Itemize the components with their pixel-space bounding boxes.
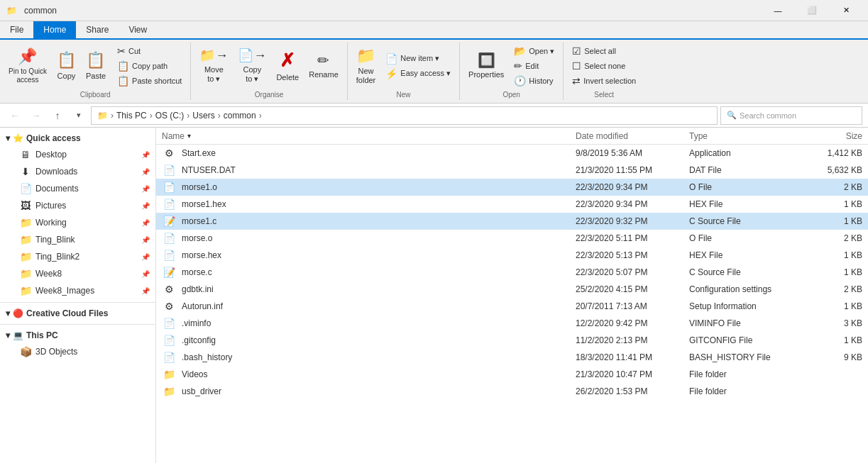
forward-button[interactable]: →	[27, 106, 45, 125]
desktop-label: Desktop	[35, 150, 67, 160]
paste-shortcut-button[interactable]: 📋 Paste shortcut	[113, 74, 186, 88]
file-date: 26/2/2020 1:53 PM	[570, 386, 683, 396]
creative-cloud-icon: 🔴	[13, 308, 23, 318]
tab-share[interactable]: Share	[76, 21, 119, 38]
recent-locations-button[interactable]: ▾	[70, 106, 88, 125]
new-folder-button[interactable]: 📁 Newfolder	[352, 44, 380, 88]
file-row[interactable]: 📄 morse1.o 22/3/2020 9:34 PM O File 2 KB	[156, 179, 868, 196]
file-type-icon: 📄	[162, 318, 176, 329]
pictures-label: Pictures	[35, 201, 66, 211]
delete-icon: ✗	[280, 50, 295, 72]
column-header-name[interactable]: Name ▾	[156, 131, 570, 141]
new-item-button[interactable]: 📄 New item ▾	[381, 52, 455, 66]
file-date: 9/8/2019 5:36 AM	[570, 148, 683, 158]
sidebar-header-quick-access[interactable]: ▾ ⭐ Quick access	[0, 130, 155, 146]
file-row[interactable]: 📁 usb_driver 26/2/2020 1:53 PM File fold…	[156, 383, 868, 400]
sort-arrow: ▾	[187, 132, 191, 140]
path-this-pc[interactable]: This PC	[116, 111, 147, 121]
file-size: 1 KB	[797, 335, 868, 345]
sidebar-item-working[interactable]: 📁 Working 📌	[0, 214, 155, 231]
delete-button[interactable]: ✗ Delete	[272, 44, 303, 88]
file-row[interactable]: ⚙ Start.exe 9/8/2019 5:36 AM Application…	[156, 145, 868, 162]
file-row[interactable]: ⚙ gdbtk.ini 25/2/2020 4:15 PM Configurat…	[156, 281, 868, 298]
minimize-button[interactable]: —	[762, 0, 794, 21]
file-row[interactable]: 📄 .gitconfig 11/2/2020 2:13 PM GITCONFIG…	[156, 332, 868, 349]
file-row[interactable]: 📄 .bash_history 18/3/2020 11:41 PM BASH_…	[156, 349, 868, 366]
pin-to-quick-access-button[interactable]: 📌 Pin to Quickaccess	[4, 44, 51, 88]
path-common[interactable]: common	[224, 111, 256, 121]
main-layout: ▾ ⭐ Quick access 🖥 Desktop 📌 ⬇ Downloads…	[0, 128, 868, 463]
select-buttons: ☑ Select all ☐ Select none ⇄ Invert sele…	[568, 43, 640, 89]
address-path[interactable]: 📁 › This PC › OS (C:) › Users › common ›	[91, 106, 718, 125]
copy-path-button[interactable]: 📋 Copy path	[113, 59, 186, 73]
open-button[interactable]: 📂 Open ▾	[510, 44, 559, 58]
file-row[interactable]: 📄 morse.hex 22/3/2020 5:13 PM HEX File 1…	[156, 247, 868, 264]
history-button[interactable]: 🕐 History	[510, 74, 559, 88]
file-row[interactable]: 📄 NTUSER.DAT 21/3/2020 11:55 PM DAT File…	[156, 162, 868, 179]
rename-button[interactable]: ✏ Rename	[304, 44, 343, 88]
paste-icon: 📋	[86, 51, 105, 69]
edit-button[interactable]: ✏ Edit	[510, 59, 559, 73]
downloads-icon: ⬇	[20, 166, 31, 177]
file-size: 1 KB	[797, 267, 868, 277]
search-box[interactable]: 🔍 Search common	[720, 106, 862, 125]
file-row[interactable]: 📄 morse.o 22/3/2020 5:11 PM O File 2 KB	[156, 230, 868, 247]
file-row[interactable]: 📁 Videos 21/3/2020 10:47 PM File folder	[156, 366, 868, 383]
column-header-type[interactable]: Type	[683, 131, 797, 141]
file-type-icon: ⚙	[162, 301, 176, 312]
sidebar-item-downloads[interactable]: ⬇ Downloads 📌	[0, 163, 155, 180]
sidebar-item-ting-blink2[interactable]: 📁 Ting_Blink2 📌	[0, 248, 155, 265]
file-date: 22/3/2020 5:13 PM	[570, 250, 683, 260]
invert-selection-button[interactable]: ⇄ Invert selection	[568, 74, 640, 88]
move-to-button[interactable]: 📁→ Moveto ▾	[195, 44, 232, 88]
properties-button[interactable]: 🔲 Properties	[464, 44, 508, 88]
sidebar-item-documents[interactable]: 📄 Documents 📌	[0, 180, 155, 197]
file-type-icon: 📝	[162, 267, 176, 278]
copy-button[interactable]: 📋 Copy	[53, 44, 80, 88]
sidebar: ▾ ⭐ Quick access 🖥 Desktop 📌 ⬇ Downloads…	[0, 128, 156, 463]
column-header-date[interactable]: Date modified	[570, 131, 683, 141]
sidebar-item-week8-images[interactable]: 📁 Week8_Images 📌	[0, 282, 155, 299]
column-header-size[interactable]: Size	[797, 131, 868, 141]
copy-to-button[interactable]: 📄→ Copyto ▾	[234, 44, 270, 88]
sidebar-item-desktop[interactable]: 🖥 Desktop 📌	[0, 146, 155, 163]
week8-images-icon: 📁	[20, 285, 31, 296]
file-name: ⚙ Start.exe	[156, 147, 570, 159]
pin-icon: 📌	[18, 48, 37, 66]
sidebar-item-pictures[interactable]: 🖼 Pictures 📌	[0, 197, 155, 214]
select-all-button[interactable]: ☑ Select all	[568, 44, 640, 58]
tab-file[interactable]: File	[0, 21, 33, 38]
sidebar-item-3d-objects[interactable]: 📦 3D Objects	[0, 343, 155, 360]
file-row[interactable]: 📝 morse.c 22/3/2020 5:07 PM C Source Fil…	[156, 264, 868, 281]
title-controls[interactable]: — ⬜ ✕	[762, 0, 862, 21]
copy-icon: 📋	[57, 51, 76, 69]
file-row[interactable]: ⚙ Autorun.inf 20/7/2011 7:13 AM Setup In…	[156, 298, 868, 315]
close-button[interactable]: ✕	[830, 0, 862, 21]
file-type: File folder	[683, 369, 797, 379]
quick-access-expand-icon: ▾	[6, 133, 10, 143]
sidebar-item-ting-blink[interactable]: 📁 Ting_Blink 📌	[0, 231, 155, 248]
select-none-button[interactable]: ☐ Select none	[568, 59, 640, 73]
file-name-text: gdbtk.ini	[182, 284, 214, 294]
up-button[interactable]: ↑	[48, 106, 67, 125]
ting-blink-icon: 📁	[20, 234, 31, 245]
tab-view[interactable]: View	[119, 21, 157, 38]
sidebar-header-creative-cloud[interactable]: ▾ 🔴 Creative Cloud Files	[0, 306, 155, 321]
paste-button[interactable]: 📋 Paste	[82, 44, 110, 88]
file-row[interactable]: 📄 .viminfo 12/2/2020 9:42 PM VIMINFO Fil…	[156, 315, 868, 332]
file-type-icon: 📄	[162, 250, 176, 261]
back-button[interactable]: ←	[6, 106, 24, 125]
easy-access-button[interactable]: ⚡ Easy access ▾	[381, 67, 455, 81]
path-os-c[interactable]: OS (C:)	[155, 111, 185, 121]
file-row[interactable]: 📄 morse1.hex 22/3/2020 9:34 PM HEX File …	[156, 196, 868, 213]
maximize-button[interactable]: ⬜	[796, 0, 828, 21]
sidebar-item-week8[interactable]: 📁 Week8 📌	[0, 265, 155, 282]
file-row[interactable]: 📝 morse1.c 22/3/2020 9:32 PM C Source Fi…	[156, 213, 868, 230]
cut-button[interactable]: ✂ Cut	[113, 44, 186, 58]
sidebar-header-this-pc[interactable]: ▾ 💻 This PC	[0, 328, 155, 343]
file-size: 2 KB	[797, 182, 868, 192]
sidebar-section-creative-cloud: ▾ 🔴 Creative Cloud Files	[0, 306, 155, 321]
file-name-text: .gitconfig	[182, 335, 216, 345]
tab-home[interactable]: Home	[33, 21, 76, 38]
path-users[interactable]: Users	[192, 111, 214, 121]
